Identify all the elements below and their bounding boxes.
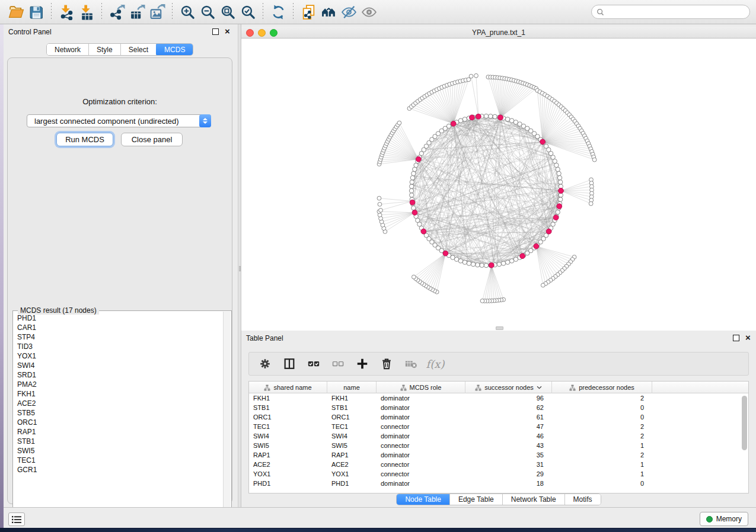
network-node[interactable] <box>409 188 413 193</box>
column-header-successor-nodes[interactable]: successor nodes <box>465 382 552 393</box>
table-row[interactable]: FKH1FKH1dominator962 <box>249 393 748 403</box>
mcds-node[interactable] <box>553 215 559 220</box>
mcds-node[interactable] <box>498 115 503 120</box>
tab-network[interactable]: Network <box>47 44 89 55</box>
network-node[interactable] <box>558 180 562 184</box>
mcds-list-scrollbar[interactable] <box>223 312 231 529</box>
network-node[interactable] <box>505 260 509 264</box>
network-node[interactable] <box>501 261 505 265</box>
table-row[interactable]: SWI4SWI4dominator462 <box>249 431 748 441</box>
network-node[interactable] <box>412 171 416 175</box>
first-neighbors-icon[interactable] <box>318 2 339 21</box>
function-builder-icon[interactable]: f(x) <box>428 356 443 371</box>
network-canvas[interactable] <box>241 39 756 331</box>
network-node[interactable] <box>484 263 488 267</box>
clone-network-icon[interactable] <box>298 2 318 21</box>
table-row[interactable]: RAP1RAP1dominator352 <box>249 450 748 460</box>
tab-motifs[interactable]: Motifs <box>565 494 601 505</box>
zoom-selected-icon[interactable] <box>238 2 258 21</box>
satellite-node[interactable] <box>397 121 401 125</box>
network-node[interactable] <box>458 118 462 123</box>
tab-network-table[interactable]: Network Table <box>503 494 565 505</box>
mcds-result-item[interactable]: CAR1 <box>14 323 222 332</box>
search-field[interactable] <box>591 5 750 19</box>
close-panel-icon[interactable]: × <box>745 332 751 342</box>
mcds-result-item[interactable]: PMA2 <box>14 380 222 389</box>
satellite-node[interactable] <box>541 283 545 287</box>
zoom-in-icon[interactable] <box>177 2 197 21</box>
table-row[interactable]: TEC1TEC1connector472 <box>249 422 748 431</box>
import-table-icon[interactable] <box>76 2 97 21</box>
mcds-node[interactable] <box>557 204 562 209</box>
network-node[interactable] <box>410 175 414 180</box>
export-network-icon[interactable] <box>107 2 127 21</box>
table-row[interactable]: SWI5SWI5connector431 <box>249 441 748 450</box>
mcds-result-item[interactable]: PHD1 <box>14 313 222 323</box>
mcds-result-item[interactable]: GCR1 <box>14 465 222 475</box>
tab-mcds[interactable]: MCDS <box>156 43 193 56</box>
hide-selected-icon[interactable] <box>339 2 359 21</box>
column-header-name[interactable]: name <box>327 382 377 393</box>
network-node[interactable] <box>416 218 420 222</box>
save-session-icon[interactable] <box>26 2 46 21</box>
mcds-result-item[interactable]: ORC1 <box>14 418 222 427</box>
splitter-grip[interactable] <box>239 266 241 271</box>
mcds-result-item[interactable]: ACE2 <box>14 399 222 408</box>
mcds-node[interactable] <box>476 114 481 119</box>
mcds-node[interactable] <box>520 254 525 259</box>
network-node[interactable] <box>414 163 418 167</box>
table-row[interactable]: STB1STB1dominator620 <box>249 403 748 412</box>
mcds-node[interactable] <box>412 210 417 215</box>
network-node[interactable] <box>476 262 480 267</box>
network-node[interactable] <box>513 257 518 261</box>
mcds-node[interactable] <box>443 251 448 256</box>
float-panel-icon[interactable] <box>212 28 219 35</box>
delete-column-icon[interactable] <box>403 356 419 371</box>
satellite-node[interactable] <box>592 158 596 162</box>
memory-button[interactable]: Memory <box>700 512 748 526</box>
satellite-node[interactable] <box>412 275 416 279</box>
refresh-icon[interactable] <box>268 2 288 21</box>
satellite-node[interactable] <box>589 201 593 206</box>
network-node[interactable] <box>505 117 509 121</box>
tab-select[interactable]: Select <box>121 44 157 55</box>
mcds-node[interactable] <box>534 243 539 249</box>
table-settings-icon[interactable] <box>257 356 273 371</box>
export-table-icon[interactable] <box>127 2 147 21</box>
zoom-fit-icon[interactable] <box>218 2 238 21</box>
mcds-result-item[interactable]: STB1 <box>14 437 222 446</box>
network-node[interactable] <box>410 193 414 197</box>
network-node[interactable] <box>458 259 462 263</box>
mcds-node[interactable] <box>559 188 564 194</box>
table-row[interactable]: PHD1PHD1dominator180 <box>249 479 748 488</box>
satellite-node[interactable] <box>480 299 484 303</box>
network-node[interactable] <box>410 180 414 184</box>
delete-row-icon[interactable] <box>379 356 394 371</box>
mcds-result-item[interactable]: YOX1 <box>14 351 222 361</box>
mcds-node[interactable] <box>540 139 546 145</box>
satellite-node[interactable] <box>474 73 479 78</box>
network-node[interactable] <box>553 159 557 163</box>
mcds-node[interactable] <box>410 200 415 205</box>
network-node[interactable] <box>412 206 416 210</box>
satellite-node[interactable] <box>469 74 473 78</box>
mcds-node[interactable] <box>489 262 494 268</box>
network-node[interactable] <box>471 262 475 266</box>
network-node[interactable] <box>556 167 560 171</box>
network-node[interactable] <box>413 167 417 171</box>
satellite-node[interactable] <box>377 196 381 200</box>
show-columns-icon[interactable] <box>282 356 297 371</box>
network-node[interactable] <box>558 197 562 201</box>
tab-edge-table[interactable]: Edge Table <box>450 494 503 505</box>
mcds-result-item[interactable]: STP4 <box>14 332 222 342</box>
search-input[interactable] <box>607 8 745 16</box>
mcds-result-item[interactable]: RAP1 <box>14 427 222 437</box>
column-header-predecessor-nodes[interactable]: predecessor nodes <box>552 382 652 393</box>
column-header-shared-name[interactable]: shared name <box>249 382 327 393</box>
mcds-node[interactable] <box>470 115 475 120</box>
export-image-icon[interactable] <box>147 2 167 21</box>
network-node[interactable] <box>497 262 501 266</box>
network-node[interactable] <box>493 114 497 118</box>
mcds-result-item[interactable]: SRD1 <box>14 370 222 380</box>
satellite-node[interactable] <box>379 209 383 213</box>
